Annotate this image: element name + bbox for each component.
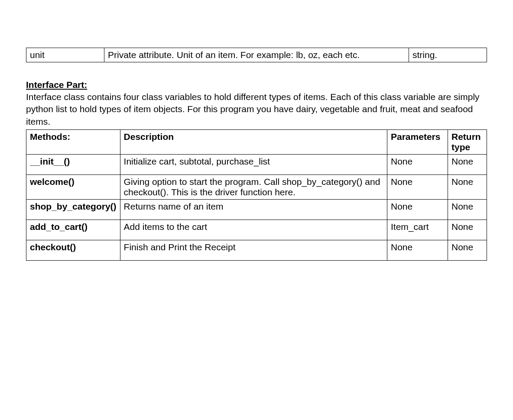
- table-row: __init__() Initialize cart, subtotal, pu…: [26, 155, 487, 175]
- method-description: Finish and Print the Receipt: [120, 240, 387, 261]
- method-name: shop_by_category(): [26, 200, 120, 220]
- method-return-type: None: [448, 240, 487, 261]
- method-description: Returns name of an item: [120, 200, 387, 220]
- table-row: add_to_cart() Add items to the cart Item…: [26, 220, 487, 240]
- header-return-type: Return type: [448, 130, 487, 155]
- table-header-row: Methods: Description Parameters Return t…: [26, 130, 487, 155]
- document-page: unit Private attribute. Unit of an item.…: [0, 0, 513, 287]
- method-return-type: None: [448, 175, 487, 200]
- interface-intro: Interface class contains four class vari…: [26, 91, 487, 128]
- method-return-type: None: [448, 220, 487, 240]
- attribute-type: string.: [409, 48, 487, 62]
- method-parameters: Item_cart: [387, 220, 448, 240]
- method-name: add_to_cart(): [26, 220, 120, 240]
- method-parameters: None: [387, 200, 448, 220]
- method-return-type: None: [448, 155, 487, 175]
- method-parameters: None: [387, 240, 448, 261]
- method-description: Add items to the cart: [120, 220, 387, 240]
- method-parameters: None: [387, 155, 448, 175]
- method-name: checkout(): [26, 240, 120, 261]
- method-name: __init__(): [26, 155, 120, 175]
- method-return-type: None: [448, 200, 487, 220]
- header-methods: Methods:: [26, 130, 120, 155]
- interface-heading: Interface Part:: [26, 80, 487, 90]
- method-description: Giving option to start the program. Call…: [120, 175, 387, 200]
- header-description: Description: [120, 130, 387, 155]
- method-name: welcome(): [26, 175, 120, 200]
- attribute-description: Private attribute. Unit of an item. For …: [104, 48, 409, 62]
- method-description: Initialize cart, subtotal, purchase_list: [120, 155, 387, 175]
- attribute-name: unit: [26, 48, 104, 62]
- methods-table: Methods: Description Parameters Return t…: [26, 129, 487, 261]
- table-row: shop_by_category() Returns name of an it…: [26, 200, 487, 220]
- method-parameters: None: [387, 175, 448, 200]
- table-row: unit Private attribute. Unit of an item.…: [26, 48, 487, 62]
- header-parameters: Parameters: [387, 130, 448, 155]
- table-row: checkout() Finish and Print the Receipt …: [26, 240, 487, 261]
- table-row: welcome() Giving option to start the pro…: [26, 175, 487, 200]
- attribute-table: unit Private attribute. Unit of an item.…: [26, 48, 487, 62]
